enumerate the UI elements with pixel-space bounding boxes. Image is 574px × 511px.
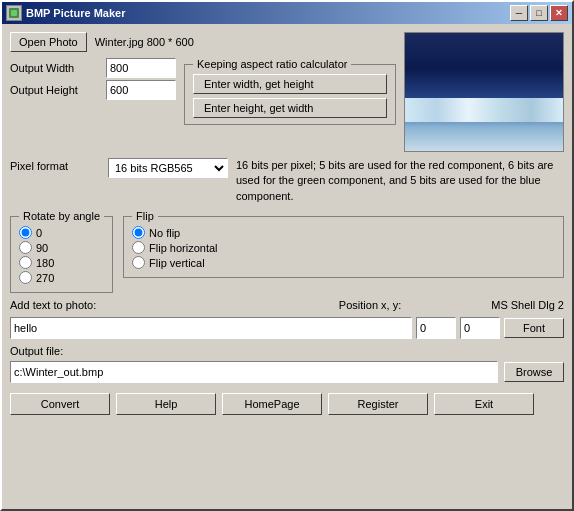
- pixel-format-row: Pixel format 16 bits RGB565 24 bits RGB …: [10, 158, 564, 204]
- window-controls: ─ □ ✕: [510, 5, 568, 21]
- rotate-270-row: 270: [19, 271, 104, 284]
- minimize-button[interactable]: ─: [510, 5, 528, 21]
- photo-preview: [404, 32, 564, 152]
- help-button[interactable]: Help: [116, 393, 216, 415]
- height-label: Output Height: [10, 84, 100, 96]
- left-controls: Open Photo Winter.jpg 800 * 600 Output W…: [10, 32, 396, 125]
- maximize-button[interactable]: □: [530, 5, 548, 21]
- aspect-ratio-group: Keeping aspect ratio calculator Enter wi…: [184, 58, 396, 125]
- rotate-180-radio[interactable]: [19, 256, 32, 269]
- pixel-format-description: 16 bits per pixel; 5 bits are used for t…: [236, 158, 564, 204]
- convert-button[interactable]: Convert: [10, 393, 110, 415]
- rotate-90-label: 90: [36, 242, 48, 254]
- browse-button[interactable]: Browse: [504, 362, 564, 382]
- rotate-270-label: 270: [36, 272, 54, 284]
- close-button[interactable]: ✕: [550, 5, 568, 21]
- flip-group: Flip No flip Flip horizontal Flip vertic…: [123, 210, 564, 278]
- text-header-row: Add text to photo: Position x, y: MS She…: [10, 299, 564, 311]
- flip-horizontal-radio[interactable]: [132, 241, 145, 254]
- homepage-button[interactable]: HomePage: [222, 393, 322, 415]
- main-window: BMP Picture Maker ─ □ ✕ Open Photo Winte…: [0, 0, 574, 511]
- text-section: Add text to photo: Position x, y: MS She…: [10, 299, 564, 339]
- width-row: Output Width: [10, 58, 176, 78]
- rotate-0-row: 0: [19, 226, 104, 239]
- text-input-row: Font: [10, 317, 564, 339]
- rotate-0-radio[interactable]: [19, 226, 32, 239]
- rotate-270-radio[interactable]: [19, 271, 32, 284]
- rotate-90-radio[interactable]: [19, 241, 32, 254]
- rotate-180-row: 180: [19, 256, 104, 269]
- title-bar: BMP Picture Maker ─ □ ✕: [2, 2, 572, 24]
- height-row: Output Height: [10, 80, 176, 100]
- pixel-format-select[interactable]: 16 bits RGB565 24 bits RGB 32 bits ARGB: [108, 158, 228, 178]
- output-file-row: Browse: [10, 361, 564, 383]
- bottom-buttons: Convert Help HomePage Register Exit: [10, 393, 564, 415]
- open-row: Open Photo Winter.jpg 800 * 600: [10, 32, 396, 52]
- pos-y-input[interactable]: [460, 317, 500, 339]
- output-section: Output file: Browse: [10, 345, 564, 383]
- open-photo-button[interactable]: Open Photo: [10, 32, 87, 52]
- pos-x-input[interactable]: [416, 317, 456, 339]
- window-title: BMP Picture Maker: [26, 7, 510, 19]
- rotate-group: Rotate by angle 0 90 180 270: [10, 210, 113, 293]
- height-input[interactable]: [106, 80, 176, 100]
- main-content: Open Photo Winter.jpg 800 * 600 Output W…: [2, 24, 572, 509]
- rotate-180-label: 180: [36, 257, 54, 269]
- dimension-fields: Output Width Output Height: [10, 58, 176, 102]
- svg-rect-1: [11, 10, 17, 16]
- filename-label: Winter.jpg 800 * 600: [95, 36, 194, 48]
- register-button[interactable]: Register: [328, 393, 428, 415]
- width-input[interactable]: [106, 58, 176, 78]
- rotate-flip-row: Rotate by angle 0 90 180 270: [10, 210, 564, 293]
- flip-vertical-label: Flip vertical: [149, 257, 205, 269]
- text-input[interactable]: [10, 317, 412, 339]
- window-icon: [6, 5, 22, 21]
- position-label: Position x, y:: [339, 299, 401, 311]
- pixel-format-label: Pixel format: [10, 158, 100, 172]
- font-button[interactable]: Font: [504, 318, 564, 338]
- enter-width-button[interactable]: Enter width, get height: [193, 74, 387, 94]
- rotate-0-label: 0: [36, 227, 42, 239]
- flip-horizontal-label: Flip horizontal: [149, 242, 217, 254]
- output-file-input[interactable]: [10, 361, 498, 383]
- rotate-legend: Rotate by angle: [19, 210, 104, 222]
- font-name-display: MS Shell Dlg 2: [491, 299, 564, 311]
- exit-button[interactable]: Exit: [434, 393, 534, 415]
- aspect-ratio-legend: Keeping aspect ratio calculator: [193, 58, 351, 70]
- flip-none-row: No flip: [132, 226, 555, 239]
- flip-vertical-radio[interactable]: [132, 256, 145, 269]
- width-label: Output Width: [10, 62, 100, 74]
- flip-horizontal-row: Flip horizontal: [132, 241, 555, 254]
- flip-none-label: No flip: [149, 227, 180, 239]
- flip-none-radio[interactable]: [132, 226, 145, 239]
- flip-vertical-row: Flip vertical: [132, 256, 555, 269]
- output-file-label: Output file:: [10, 345, 564, 357]
- enter-height-button[interactable]: Enter height, get width: [193, 98, 387, 118]
- add-text-label: Add text to photo:: [10, 299, 96, 311]
- flip-legend: Flip: [132, 210, 158, 222]
- rotate-90-row: 90: [19, 241, 104, 254]
- top-row: Open Photo Winter.jpg 800 * 600 Output W…: [10, 32, 564, 152]
